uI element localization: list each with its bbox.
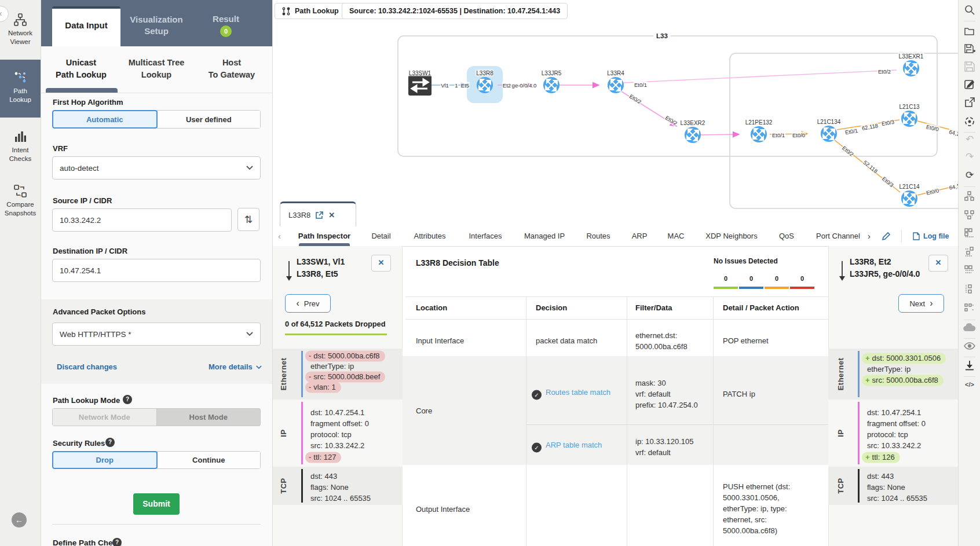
device-tab-close-icon[interactable]: ✕ [328, 211, 335, 219]
tab-managed-ip[interactable]: Managed IP [524, 226, 565, 246]
rail-label: Network [8, 30, 32, 36]
security-continue[interactable]: Continue [157, 451, 261, 469]
log-file-button[interactable]: Log file [923, 226, 949, 246]
advanced-options-select[interactable]: Web HTTP/HTTPS * [52, 323, 261, 346]
tab-attributes[interactable]: Attributes [414, 226, 446, 246]
subtab-multicast-tree-lookup[interactable]: Multicast TreeLookup [118, 57, 195, 81]
arp-filter-1: ip: 10.33.120.105 [635, 437, 693, 446]
packet-field: +dst: 5000.3301.0506 [862, 354, 946, 362]
cloud-icon[interactable] [959, 323, 980, 334]
subtab-active-underline [46, 88, 118, 93]
row-input-filter1: ethernet.dst: [635, 331, 677, 340]
visibility-icon[interactable] [959, 342, 980, 352]
save-as-icon[interactable] [959, 44, 980, 57]
layout-list-icon[interactable] [959, 284, 980, 296]
tab-mac[interactable]: MAC [668, 226, 685, 246]
edge-label: Vl1 [440, 82, 449, 89]
edit-tabs-icon[interactable] [882, 232, 891, 241]
vrf-select[interactable]: auto-detect [52, 156, 261, 179]
sidebar-item-compare-snapshots[interactable]: Compare Snapshots [0, 184, 41, 218]
next-button[interactable]: Next › [898, 294, 944, 313]
path-lookup-mode-help-icon[interactable]: ? [123, 395, 132, 404]
destination-ip-input[interactable] [52, 259, 261, 282]
advanced-options-label: Advanced Packet Options [53, 307, 145, 316]
close-hop-card-left[interactable]: ✕ [371, 255, 391, 272]
packet-field: src: 1024 .. 65535 [310, 494, 371, 503]
undo-icon[interactable]: ↶ [959, 133, 980, 145]
router-icons[interactable] [272, 0, 980, 226]
node-label: L21C14 [898, 184, 920, 190]
tabs-scroll-left-icon[interactable]: ‹ [278, 226, 281, 246]
mode-host[interactable]: Host Mode [156, 408, 261, 426]
routes-table-match[interactable]: ✓Routes table match [532, 388, 610, 400]
row-input-filter2: 5000.00ba.c6f8 [635, 342, 688, 351]
issue-bar-orange [765, 287, 789, 289]
next-label: Next [909, 299, 925, 308]
submit-button[interactable]: Submit [133, 493, 180, 515]
packet-field: -src: 5000.00d8.beef [305, 372, 385, 381]
subtab-unicast-path-lookup[interactable]: UnicastPath Lookup [46, 57, 116, 81]
first-hop-user-defined[interactable]: User defined [157, 110, 261, 129]
tab-routes[interactable]: Routes [586, 226, 610, 246]
tab-xdp-neighbors[interactable]: XDP Neighbors [705, 226, 757, 246]
sidebar-item-network-viewer[interactable]: Network Viewer [0, 13, 41, 46]
layout-columns-icon[interactable] [959, 247, 980, 259]
source-ip-input[interactable] [52, 208, 232, 232]
open-in-new-icon[interactable] [316, 211, 323, 219]
tab-visualization-setup[interactable]: Visualization Setup [122, 14, 191, 37]
layout-rows-icon[interactable] [959, 265, 980, 278]
download-icon[interactable] [959, 360, 980, 373]
prev-button[interactable]: ‹ Prev [285, 294, 331, 313]
hop-direction-arrow-icon [285, 260, 293, 282]
tab-interfaces[interactable]: Interfaces [469, 226, 502, 246]
tab-result[interactable]: Result 0 [203, 14, 249, 37]
back-button[interactable]: ← [12, 512, 27, 527]
tabs-scroll-right-icon[interactable]: › [868, 226, 871, 246]
mode-network[interactable]: Network Mode [52, 408, 157, 426]
layout-grid-icon[interactable] [959, 228, 980, 241]
tab-data-input[interactable]: Data Input [52, 6, 120, 49]
security-rules-help-icon[interactable]: ? [105, 438, 115, 447]
security-drop[interactable]: Drop [52, 451, 158, 469]
tab-detail[interactable]: Detail [371, 226, 390, 246]
tab-arp[interactable]: ARP [632, 226, 648, 246]
folder-open-icon[interactable] [959, 27, 980, 38]
discard-changes-link[interactable]: Discard changes [57, 362, 117, 371]
packet-field: protocol: tcp [310, 430, 352, 439]
ethernet-accent-bar [301, 351, 303, 397]
packet-field: protocol: tcp [867, 430, 908, 439]
sidebar-item-intent-checks[interactable]: Intent Checks [0, 130, 41, 163]
layout-tree-icon[interactable] [959, 210, 980, 222]
define-path-check-help-icon[interactable]: ? [112, 538, 122, 546]
search-icon[interactable] [959, 5, 980, 17]
edit-icon[interactable] [959, 79, 980, 91]
export-icon[interactable] [959, 97, 980, 110]
device-tab-l33r8[interactable]: L33R8 ✕ [280, 201, 356, 226]
subtab-host-to-gateway[interactable]: HostTo Gateway [197, 57, 266, 81]
layout-hierarchy-icon[interactable] [959, 191, 980, 204]
arp-table-match[interactable]: ✓ARP table match [532, 441, 602, 453]
code-icon[interactable]: </> [959, 381, 980, 388]
layout-dots-icon[interactable] [959, 302, 980, 315]
tab-qos[interactable]: QoS [779, 226, 794, 246]
edge-label: Et0/1 [771, 132, 785, 138]
packet-section-label: TCP [279, 478, 288, 494]
swap-ips-button[interactable]: ⇅ [237, 208, 259, 231]
save-icon[interactable] [959, 61, 980, 74]
refresh-icon[interactable]: ⟳ [959, 169, 980, 181]
packet-field: etherType: ip [310, 362, 354, 371]
sidebar-item-path-lookup[interactable]: Path Lookup [0, 60, 41, 118]
packet-field: fragment offset: 0 [867, 419, 926, 428]
log-file-icon[interactable] [913, 232, 920, 240]
close-hop-card-right[interactable]: ✕ [928, 255, 948, 272]
tab-port-channel[interactable]: Port Channel [816, 226, 860, 246]
first-hop-label: First Hop Algorithm [53, 98, 123, 107]
redo-icon[interactable]: ↷ [959, 151, 980, 163]
first-hop-automatic[interactable]: Automatic [52, 110, 158, 129]
intent-checks-icon [13, 130, 27, 144]
output-action-2: 5000.3301.0506, [723, 493, 780, 502]
output-action-1: PUSH ethernet (dst: [723, 482, 790, 491]
node-label: L21C134 [817, 119, 842, 125]
fit-view-icon[interactable] [959, 116, 980, 130]
more-details-link[interactable]: More details [209, 362, 262, 371]
